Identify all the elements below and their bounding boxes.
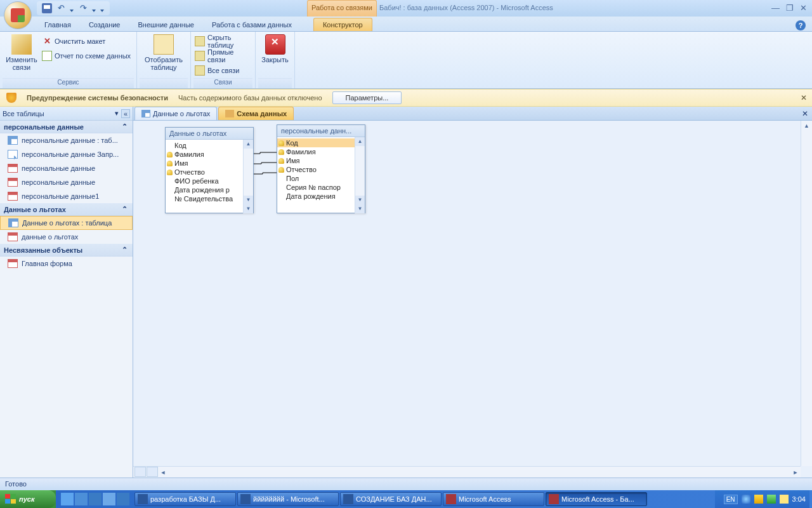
nav-item[interactable]: Данные о льготах : таблица <box>0 216 133 230</box>
save-icon[interactable] <box>42 3 52 13</box>
tray-icon[interactable] <box>754 495 763 504</box>
table-box[interactable]: Данные о льготах КодФамилияИмяОтчествоФИ… <box>165 127 254 213</box>
taskbar-button[interactable]: разработка БАЗЫ Д... <box>134 492 236 506</box>
collapse-icon[interactable]: ⌃ <box>122 205 128 213</box>
redo-dropdown-icon[interactable] <box>92 6 96 11</box>
collapse-icon[interactable]: ⌃ <box>122 246 128 254</box>
edit-relationships-icon <box>11 34 32 55</box>
table-title[interactable]: персональные данн... <box>277 125 365 137</box>
nav-item[interactable]: персональные данные Запр... <box>0 147 133 161</box>
nav-group-header[interactable]: Данные о льготах⌃ <box>0 203 133 216</box>
tab-external-data[interactable]: Внешние данные <box>129 18 203 31</box>
nav-item[interactable]: персональные данные <box>0 161 133 175</box>
tab-home[interactable]: Главная <box>36 18 80 31</box>
clear-layout-button[interactable]: ✕Очистить макет <box>41 34 134 48</box>
nav-item-label: персональные данные Запр... <box>22 150 119 158</box>
qat-customize-icon[interactable] <box>100 6 105 11</box>
table-field[interactable]: Отчество <box>166 168 243 177</box>
table-field[interactable]: ФИО ребенка <box>166 177 243 185</box>
doc-tab-data[interactable]: Данные о льготах <box>134 107 217 120</box>
access-icon <box>446 494 456 504</box>
nav-item-label: персональные данные : таб... <box>22 137 118 144</box>
close-button[interactable]: ✕ <box>800 3 807 13</box>
word-icon <box>240 494 251 504</box>
nav-item[interactable]: персональные данные <box>0 175 133 189</box>
collapse-icon[interactable]: ⌃ <box>122 123 128 131</box>
form-icon <box>8 232 18 241</box>
nav-dropdown-icon[interactable]: ▾ <box>115 109 119 118</box>
navigation-pane: Все таблицы ▾« персональные данные⌃персо… <box>0 107 133 478</box>
nav-group-header[interactable]: персональные данные⌃ <box>0 121 133 133</box>
nav-item[interactable]: персональные данные1 <box>0 189 133 203</box>
horizontal-scrollbar[interactable]: ◄► <box>133 466 801 478</box>
taskbar-button[interactable]: йййййййй - Microsoft... <box>237 492 339 506</box>
security-close-button[interactable]: ✕ <box>801 93 807 102</box>
language-indicator[interactable]: EN <box>724 495 738 504</box>
help-button[interactable]: ? <box>796 20 806 30</box>
table-field[interactable]: Код <box>166 141 243 150</box>
table-field[interactable]: Дата рождения <box>277 192 355 201</box>
form-icon <box>8 259 18 268</box>
close-icon: ✕ <box>265 34 285 55</box>
nav-collapse-button[interactable]: « <box>121 109 130 118</box>
tray-icon[interactable] <box>767 495 776 504</box>
office-button[interactable] <box>4 1 32 29</box>
table-field[interactable]: Серия № паспор <box>277 183 355 192</box>
hide-table-button[interactable]: Скрыть таблицу <box>193 34 252 48</box>
tray-icon[interactable] <box>780 495 789 504</box>
form-icon <box>8 178 18 187</box>
view-shortcuts[interactable] <box>134 467 158 478</box>
nav-item[interactable]: персональные данные : таб... <box>0 133 133 147</box>
system-tray[interactable]: EN 3:04 <box>715 490 809 508</box>
nav-group-header[interactable]: Несвязанные объекты⌃ <box>0 244 133 257</box>
nav-header[interactable]: Все таблицы ▾« <box>0 107 133 121</box>
doc-tab-close-button[interactable]: ✕ <box>802 109 808 118</box>
group-label-service: Сервис <box>3 78 134 88</box>
table-field[interactable]: Имя <box>277 156 355 165</box>
table-field[interactable]: Дата рождения р <box>166 185 243 194</box>
clock[interactable]: 3:04 <box>792 495 806 503</box>
doc-tab-relationships[interactable]: Схема данных <box>218 107 294 120</box>
all-relationships-button[interactable]: Все связи <box>193 64 252 77</box>
taskbar-button[interactable]: Microsoft Access - Ба... <box>546 492 647 506</box>
quick-access-toolbar: ↶ ↷ <box>37 1 110 15</box>
undo-icon[interactable]: ↶ <box>56 3 66 13</box>
security-options-button[interactable]: Параметры... <box>332 91 402 104</box>
tray-icon[interactable] <box>742 495 750 504</box>
undo-dropdown-icon[interactable] <box>70 6 74 11</box>
table-field[interactable]: № Свидетельства <box>166 194 243 203</box>
nav-item-label: Данные о льготах : таблица <box>22 219 112 227</box>
nav-item[interactable]: Главная форма <box>0 257 133 271</box>
edit-relationships-button[interactable]: Изменить связи <box>3 33 41 78</box>
direct-rel-icon <box>195 51 205 61</box>
relationship-report-button[interactable]: Отчет по схеме данных <box>41 49 134 63</box>
nav-item[interactable]: данные о льготах <box>0 230 133 244</box>
scrollbar[interactable]: ▲▼▼ <box>355 137 365 213</box>
security-message: Часть содержимого базы данных отключено <box>178 94 322 102</box>
tab-design[interactable]: Конструктор <box>313 18 372 31</box>
table-title[interactable]: Данные о льготах <box>166 128 253 140</box>
close-view-button[interactable]: ✕ Закрыть <box>258 33 292 78</box>
start-button[interactable]: пуск <box>0 490 56 508</box>
taskbar-button[interactable]: СОЗДАНИЕ БАЗ ДАН... <box>340 492 442 506</box>
form-icon <box>8 164 18 173</box>
table-field[interactable]: Фамилия <box>277 147 355 156</box>
redo-icon[interactable]: ↷ <box>78 3 88 13</box>
table-field[interactable]: Отчество <box>277 165 355 174</box>
table-field[interactable]: Имя <box>166 159 243 168</box>
tab-create[interactable]: Создание <box>80 18 129 31</box>
restore-button[interactable]: ❐ <box>786 3 794 13</box>
tab-database-tools[interactable]: Работа с базами данных <box>203 18 301 31</box>
quick-launch[interactable] <box>61 493 129 505</box>
vertical-scrollbar[interactable]: ▲ <box>801 121 812 466</box>
table-field[interactable]: Код <box>277 138 355 147</box>
table-field[interactable]: Пол <box>277 174 355 183</box>
show-table-button[interactable]: Отобразить таблицу <box>140 33 188 78</box>
relationships-canvas[interactable]: Данные о льготах КодФамилияИмяОтчествоФИ… <box>133 121 812 478</box>
scrollbar[interactable]: ▲▼▼ <box>243 140 253 213</box>
table-box[interactable]: персональные данн... КодФамилияИмяОтчест… <box>277 124 365 213</box>
direct-relationships-button[interactable]: Прямые связи <box>193 49 252 63</box>
taskbar-button[interactable]: Microsoft Access <box>443 492 544 506</box>
table-field[interactable]: Фамилия <box>166 150 243 159</box>
minimize-button[interactable]: — <box>771 3 780 13</box>
